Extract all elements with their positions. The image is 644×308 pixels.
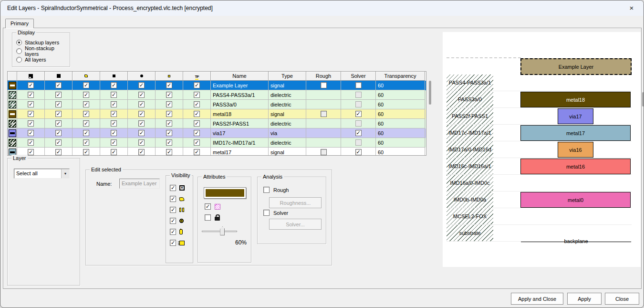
transparency-cell[interactable]: 60 <box>376 100 425 109</box>
visibility-checkbox[interactable] <box>194 82 200 88</box>
visibility-cell[interactable] <box>45 119 73 128</box>
radio-icon[interactable] <box>16 57 22 63</box>
solver-cell[interactable] <box>341 128 376 138</box>
solver-checkbox[interactable] <box>355 120 362 127</box>
visibility-cell[interactable] <box>73 138 100 148</box>
layer-name-cell[interactable]: PASS4-PASS3a/1 <box>211 90 269 100</box>
polygon-icon[interactable] <box>73 72 100 81</box>
fill-pattern-checkbox[interactable] <box>205 203 211 210</box>
column-header-transparency[interactable]: Transparency <box>376 72 425 81</box>
visibility-cell[interactable] <box>183 138 211 148</box>
visibility-checkbox[interactable] <box>28 139 34 146</box>
fill-pattern-row[interactable] <box>205 203 220 210</box>
close-button[interactable]: Close <box>605 293 639 305</box>
visibility-checkbox[interactable] <box>138 82 145 88</box>
table-row[interactable]: IMD17c-IMD17a/1 dielectric 60 <box>8 138 426 148</box>
visibility-checkbox[interactable] <box>83 139 89 146</box>
polygons-visibility-checkbox[interactable] <box>170 196 176 202</box>
column-header-type[interactable]: Type <box>269 72 306 81</box>
solver-checkbox[interactable] <box>355 130 362 136</box>
solver-checkbox[interactable] <box>355 92 362 98</box>
slider-thumb[interactable] <box>220 226 225 235</box>
layer-name-cell[interactable]: IMD17c-IMD17a/1 <box>211 138 269 148</box>
visibility-checkbox[interactable] <box>28 111 34 117</box>
rough-checkbox[interactable] <box>321 149 327 155</box>
visibility-checkbox[interactable] <box>111 92 117 98</box>
visibility-cell[interactable] <box>128 109 156 119</box>
transparency-cell[interactable]: 60 <box>376 128 425 138</box>
visibility-checkbox[interactable] <box>83 111 89 117</box>
visibility-cell[interactable] <box>183 100 211 109</box>
visibility-cell[interactable] <box>45 81 73 90</box>
visibility-toggle-shapes[interactable] <box>166 182 193 193</box>
rough-checkbox[interactable] <box>321 111 327 117</box>
panel-scrollbar-thumb[interactable] <box>642 92 644 106</box>
rough-cell[interactable] <box>306 119 341 128</box>
rough-cell[interactable] <box>306 109 341 119</box>
text-tf-icon[interactable] <box>183 72 211 81</box>
solver-checkbox[interactable] <box>355 101 362 107</box>
visibility-checkbox[interactable] <box>166 92 172 98</box>
visibility-checkbox[interactable] <box>28 130 34 136</box>
visibility-checkbox[interactable] <box>28 120 34 127</box>
visibility-cell[interactable] <box>156 148 183 156</box>
visibility-toggle-paths[interactable] <box>166 204 193 215</box>
solver-checkbox[interactable] <box>355 111 362 117</box>
visibility-toggle-pins[interactable] <box>166 226 193 237</box>
visibility-checkbox[interactable] <box>194 101 200 107</box>
solver-row[interactable]: Solver <box>263 210 288 216</box>
visibility-checkbox[interactable] <box>138 120 145 127</box>
visibility-checkbox[interactable] <box>138 111 145 117</box>
radio-icon[interactable] <box>16 40 22 45</box>
instances-visibility-checkbox[interactable] <box>170 240 176 246</box>
tab-primary[interactable]: Primary <box>5 19 34 28</box>
radio-icon[interactable] <box>16 48 22 54</box>
solver-cell[interactable] <box>341 138 376 148</box>
visibility-cell[interactable] <box>100 138 128 148</box>
visibility-cell[interactable] <box>183 81 211 90</box>
visibility-checkbox[interactable] <box>111 130 117 136</box>
visibility-checkbox[interactable] <box>28 149 34 155</box>
visibility-cell[interactable] <box>73 148 100 156</box>
visibility-cell[interactable] <box>17 90 45 100</box>
visibility-checkbox[interactable] <box>166 120 172 127</box>
visibility-checkbox[interactable] <box>138 130 145 136</box>
table-row[interactable]: PASS2f-PASS1 dielectric 60 <box>8 119 426 128</box>
visibility-cell[interactable] <box>183 119 211 128</box>
visibility-checkbox[interactable] <box>83 149 89 155</box>
visibility-checkbox[interactable] <box>83 82 89 88</box>
visibility-cell[interactable] <box>17 138 45 148</box>
visibility-cell[interactable] <box>183 109 211 119</box>
table-row[interactable]: metal18 signal 60 <box>8 109 426 119</box>
transparency-cell[interactable]: 60 <box>376 109 425 119</box>
transparency-slider[interactable] <box>202 226 237 236</box>
visibility-cell[interactable] <box>17 119 45 128</box>
column-header-solver[interactable]: Solver <box>341 72 376 81</box>
visibility-cell[interactable] <box>156 90 183 100</box>
visibility-cell[interactable] <box>73 119 100 128</box>
visibility-cell[interactable] <box>73 81 100 90</box>
visibility-cell[interactable] <box>45 138 73 148</box>
visibility-checkbox[interactable] <box>28 101 34 107</box>
visibility-cell[interactable] <box>17 128 45 138</box>
rough-row[interactable]: Rough <box>263 187 289 193</box>
rough-cell[interactable] <box>306 100 341 109</box>
slider-track[interactable] <box>202 231 237 232</box>
visibility-cell[interactable] <box>156 119 183 128</box>
visibility-cell[interactable] <box>17 100 45 109</box>
visibility-checkbox[interactable] <box>111 111 117 117</box>
visibility-checkbox[interactable] <box>166 149 172 155</box>
visibility-checkbox[interactable] <box>83 92 89 98</box>
visibility-checkbox[interactable] <box>28 92 34 98</box>
visibility-cell[interactable] <box>100 90 128 100</box>
layer-name-cell[interactable]: via17 <box>211 128 269 138</box>
solver-cell[interactable] <box>341 90 376 100</box>
visibility-cell[interactable] <box>128 81 156 90</box>
visibility-checkbox[interactable] <box>55 120 62 127</box>
visibility-cell[interactable] <box>128 128 156 138</box>
rough-cell[interactable] <box>306 90 341 100</box>
visibility-cell[interactable] <box>17 109 45 119</box>
visibility-checkbox[interactable] <box>111 82 117 88</box>
solver-cell[interactable] <box>341 81 376 90</box>
visibility-cell[interactable] <box>156 81 183 90</box>
